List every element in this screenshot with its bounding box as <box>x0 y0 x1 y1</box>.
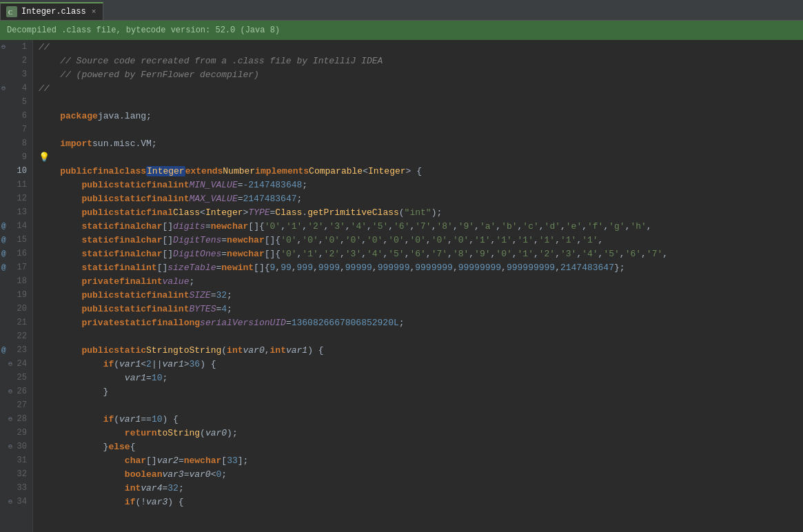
code-line-2: // Source code recreated from a .class f… <box>39 54 803 68</box>
annotation-at-23: @ <box>1 346 6 354</box>
code-tostring-method: toString <box>179 345 221 356</box>
code-line-9: 💡 <box>39 150 803 164</box>
code-line-14: static final char[] digits = new char[]{… <box>39 219 803 233</box>
fold-icon-30[interactable]: ⊖ <box>8 442 12 451</box>
code-import-kw: import <box>60 139 92 149</box>
code-digitones-field: DigitOnes <box>173 249 221 259</box>
code-line-1: // <box>39 40 803 54</box>
java-class-icon: C <box>6 6 17 17</box>
code-integer-classname: Integer <box>146 166 185 176</box>
code-max-value-field: MAX_VALUE <box>189 194 237 204</box>
gutter-line-29: 29 <box>0 426 32 440</box>
info-bar: Decompiled .class file, bytecode version… <box>0 21 803 40</box>
code-line-6: package java.lang; <box>39 109 803 123</box>
annotation-at-14: @ <box>1 222 6 230</box>
code-package-kw: package <box>60 111 98 121</box>
code-line-29: return toString(var0); <box>39 426 803 440</box>
gutter-line-21: 21 <box>0 316 32 329</box>
code-digits-field: digits <box>173 221 205 232</box>
gutter-line-33: 33 <box>0 481 32 495</box>
tab-close-button[interactable]: × <box>90 8 98 16</box>
gutter-line-9: 9 <box>0 150 32 164</box>
fold-icon-4[interactable]: ⊖ <box>1 84 6 92</box>
code-line-31: char[] var2 = new char[33]; <box>39 453 803 467</box>
gutter-line-6: 6 <box>0 109 32 123</box>
code-line-32: boolean var3 = var0 < 0; <box>39 467 803 481</box>
tab-integer-class[interactable]: C Integer.class × <box>0 2 103 20</box>
code-line-3: // (powered by FernFlower decompiler) <box>39 68 803 81</box>
code-comment-3: // (powered by FernFlower decompiler) <box>39 70 259 80</box>
code-size-field: SIZE <box>189 290 210 300</box>
fold-icon-24[interactable]: ⊖ <box>8 360 12 368</box>
code-type-field: TYPE <box>248 207 270 218</box>
gutter-line-20: 20 <box>0 302 32 316</box>
gutter-line-17: @17 <box>0 260 32 274</box>
code-line-5 <box>39 95 803 109</box>
fold-icon-34[interactable]: ⊖ <box>8 498 12 506</box>
code-line-28: if (var1 == 10) { <box>39 412 803 426</box>
gutter-line-4: ⊖4 <box>0 81 32 95</box>
gutter-line-22: 22 <box>0 329 32 343</box>
fold-icon-28[interactable]: ⊖ <box>8 415 12 423</box>
gutter-line-8: 8 <box>0 136 32 150</box>
code-editor[interactable]: // // Source code recreated from a .clas… <box>33 40 803 532</box>
gutter-line-30: ⊖30 <box>0 440 32 453</box>
fold-icon-26[interactable]: ⊖ <box>8 387 12 396</box>
code-min-value-field: MIN_VALUE <box>189 180 237 190</box>
code-serial-field: serialVersionUID <box>200 318 286 328</box>
code-line-4: // <box>39 81 803 95</box>
code-comparable-iface: Comparable <box>309 166 363 176</box>
code-implements-kw: implements <box>255 166 309 176</box>
code-line-16: static final char[] DigitOnes = new char… <box>39 247 803 260</box>
code-line-30: } else { <box>39 440 803 453</box>
gutter-line-11: 11 <box>0 178 32 192</box>
code-comment-4: // <box>39 83 50 94</box>
gutter-line-15: @15 <box>0 233 32 247</box>
gutter-line-28: ⊖28 <box>0 412 32 426</box>
code-line-7 <box>39 123 803 136</box>
gutter-line-18: 18 <box>0 274 32 288</box>
gutter-line-27: 27 <box>0 398 32 412</box>
gutter-line-34: ⊖34 <box>0 495 32 509</box>
code-comment-1: // <box>39 42 50 52</box>
gutter-line-3: 3 <box>0 68 32 81</box>
code-line-13: public static final Class<Integer> TYPE … <box>39 205 803 219</box>
svg-text:C: C <box>8 9 12 16</box>
code-final-kw: final <box>92 166 119 176</box>
bulb-icon: 💡 <box>39 152 50 163</box>
code-line-8: import sun.misc.VM; <box>39 136 803 150</box>
gutter-line-2: 2 <box>0 54 32 68</box>
code-line-20: public static final int BYTES = 4; <box>39 302 803 316</box>
code-comment-2: // Source code recreated from a .class f… <box>39 56 383 66</box>
gutter-line-19: 19 <box>0 288 32 302</box>
code-class-kw: class <box>119 166 146 176</box>
code-comparable-param: Integer <box>368 166 406 176</box>
code-line-21: private static final long serialVersionU… <box>39 316 803 329</box>
code-bytes-field: BYTES <box>189 304 216 314</box>
code-line-19: public static final int SIZE = 32; <box>39 288 803 302</box>
code-line-26: } <box>39 385 803 398</box>
annotation-at-15: @ <box>1 236 6 244</box>
code-line-25: var1 = 10; <box>39 371 803 385</box>
annotation-at-17: @ <box>1 263 6 272</box>
code-sizetable-field: sizeTable <box>167 263 216 273</box>
code-line-12: public static final int MAX_VALUE = 2147… <box>39 192 803 205</box>
gutter-line-5: 5 <box>0 95 32 109</box>
gutter-line-16: @16 <box>0 247 32 260</box>
code-line-15: static final char[] DigitTens = new char… <box>39 233 803 247</box>
annotation-at-16: @ <box>1 249 6 258</box>
code-pkg-keyword <box>39 111 60 121</box>
gutter-line-31: 31 <box>0 453 32 467</box>
gutter-line-12: 12 <box>0 192 32 205</box>
fold-icon-1[interactable]: ⊖ <box>1 43 6 51</box>
gutter-line-13: 13 <box>0 205 32 219</box>
code-extends-kw: extends <box>185 166 223 176</box>
code-line-18: private final int value; <box>39 274 803 288</box>
gutter-line-23: @23 <box>0 343 32 357</box>
gutter-line-1: ⊖1 <box>0 40 32 54</box>
code-line-33: int var4 = 32; <box>39 481 803 495</box>
code-value-field: value <box>162 276 189 287</box>
code-digittens-field: DigitTens <box>173 235 221 245</box>
gutter-line-32: 32 <box>0 467 32 481</box>
code-line-11: public static final int MIN_VALUE = -214… <box>39 178 803 192</box>
